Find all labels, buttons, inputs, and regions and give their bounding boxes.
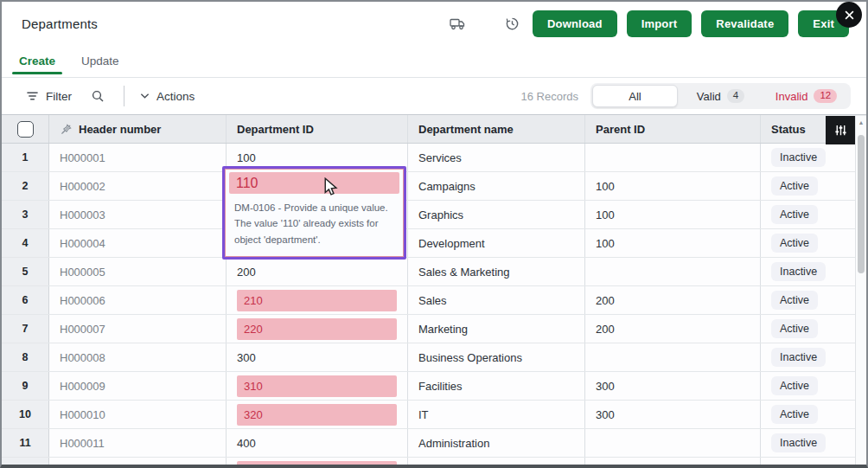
department-name-cell[interactable]: Services [408, 144, 585, 171]
parent-id-cell[interactable]: 100 [585, 172, 761, 200]
header-number-cell[interactable]: H000005 [49, 258, 227, 285]
column-header-department-id[interactable]: Department ID [227, 115, 408, 143]
column-header-label: Department name [418, 123, 514, 136]
header-number-cell[interactable]: H000010 [49, 401, 227, 428]
parent-id-cell[interactable] [585, 429, 761, 457]
parent-id-cell[interactable] [585, 258, 761, 285]
parent-id-cell[interactable] [585, 458, 761, 465]
department-name-cell[interactable]: Administration [408, 429, 585, 457]
parent-id-cell[interactable] [585, 144, 761, 171]
status-badge: Active [771, 376, 818, 395]
segment-valid[interactable]: Valid 4 [678, 85, 763, 107]
department-name-cell[interactable]: Business Operations [408, 343, 585, 371]
vertical-scrollbar[interactable]: ▲ [855, 116, 866, 465]
row-number: 9 [2, 372, 49, 400]
parent-id-cell[interactable]: 200 [585, 286, 761, 314]
filter-button[interactable]: Filter [26, 90, 72, 103]
department-name-cell[interactable]: IT [408, 401, 585, 428]
scrollbar-thumb[interactable] [858, 135, 865, 273]
invalid-cell-value: 210 [237, 290, 397, 311]
header-number-cell[interactable]: H000001 [49, 144, 227, 171]
table-row: 10 H000010 320 IT 300 Active [2, 401, 866, 429]
column-header-header-number[interactable]: Header number [49, 115, 227, 143]
segment-all[interactable]: All [592, 85, 678, 107]
revalidate-button[interactable]: Revalidate [701, 10, 788, 37]
status-cell[interactable]: Active [761, 201, 866, 228]
department-id-cell[interactable] [227, 458, 408, 465]
status-cell[interactable]: Active [761, 286, 866, 314]
column-settings-button[interactable] [826, 116, 855, 144]
status-cell[interactable]: Active [761, 172, 866, 200]
department-name-cell[interactable]: Marketing [408, 315, 585, 343]
column-header-department-name[interactable]: Department name [408, 115, 585, 143]
header-number-cell[interactable]: H000003 [49, 201, 227, 228]
select-all-checkbox[interactable] [17, 121, 34, 138]
department-id-cell[interactable]: 210 [227, 286, 408, 314]
column-header-label: Department ID [237, 123, 314, 136]
tab-create[interactable]: Create [17, 51, 57, 74]
header-number-cell[interactable]: H000011 [49, 429, 227, 457]
status-cell[interactable] [761, 458, 866, 465]
search-button[interactable] [91, 89, 105, 103]
validity-filter: All Valid 4 Invalid 12 [590, 83, 851, 109]
department-id-cell[interactable]: 400 [227, 429, 408, 457]
titlebar: Departments Download Import Revalidate E… [2, 2, 866, 51]
department-id-cell[interactable]: 310 [227, 372, 408, 400]
status-cell[interactable]: Inactive [761, 144, 866, 171]
department-name-cell[interactable] [408, 458, 585, 465]
status-cell[interactable]: Active [761, 372, 866, 400]
department-name-cell[interactable]: Graphics [408, 201, 585, 228]
parent-id-cell[interactable]: 300 [585, 372, 761, 400]
header-number-cell[interactable]: H000007 [49, 315, 227, 343]
close-button[interactable] [836, 2, 862, 28]
parent-id-cell[interactable]: 100 [585, 201, 761, 228]
department-name-cell[interactable]: Campaigns [408, 172, 585, 200]
download-button[interactable]: Download [533, 10, 617, 37]
department-name-cell[interactable]: Sales [408, 286, 585, 314]
header-number-cell[interactable]: H000006 [49, 286, 227, 314]
department-name-cell[interactable]: Facilities [408, 372, 585, 400]
status-cell[interactable]: Active [761, 229, 866, 257]
chevron-down-icon [140, 93, 150, 99]
error-message-line: object 'department'. [234, 232, 394, 247]
header-number-cell[interactable]: H000002 [49, 172, 227, 200]
header-number-cell[interactable] [49, 458, 227, 465]
status-badge: Active [771, 291, 818, 310]
status-cell[interactable]: Active [761, 401, 866, 428]
parent-id-cell[interactable]: 100 [585, 229, 761, 257]
header-number-cell[interactable]: H000008 [49, 343, 227, 371]
tab-update[interactable]: Update [80, 51, 121, 74]
status-cell[interactable]: Inactive [761, 429, 866, 457]
segment-invalid[interactable]: Invalid 12 [763, 85, 849, 107]
parent-id-cell[interactable] [585, 343, 761, 371]
status-badge: Active [771, 176, 818, 196]
segment-invalid-label: Invalid [775, 90, 808, 103]
invalid-department-id-cell[interactable]: 110 [229, 172, 399, 194]
row-number: 2 [2, 172, 49, 200]
header-number-cell[interactable]: H000009 [49, 372, 227, 400]
actions-menu-button[interactable]: Actions [140, 90, 195, 103]
parent-id-cell[interactable]: 200 [585, 315, 761, 343]
table-row: 5 H000005 200 Sales & Marketing Inactive [2, 258, 866, 286]
valid-count-badge: 4 [727, 89, 744, 103]
department-name-cell[interactable]: Sales & Marketing [408, 258, 585, 285]
grid-toolbar: Filter Actions 16 Records [2, 78, 866, 115]
column-header-parent-id[interactable]: Parent ID [585, 115, 761, 143]
data-grid: Header number Department ID Department n… [2, 115, 866, 465]
header-number-cell[interactable]: H000004 [49, 229, 227, 257]
status-cell[interactable]: Inactive [761, 343, 866, 371]
department-id-cell[interactable]: 200 [227, 258, 408, 285]
validation-error-popup: 110 DM-0106 - Provide a unique value. Th… [225, 169, 404, 257]
tab-bar: Create Update [2, 51, 866, 78]
parent-id-cell[interactable]: 300 [585, 401, 761, 428]
department-id-cell[interactable]: 320 [227, 401, 408, 428]
department-name-cell[interactable]: Development [408, 229, 585, 257]
scroll-up-arrow[interactable]: ▲ [856, 116, 866, 125]
status-cell[interactable]: Inactive [761, 258, 866, 285]
truck-icon[interactable] [446, 13, 469, 35]
department-id-cell[interactable]: 300 [227, 343, 408, 371]
department-id-cell[interactable]: 220 [227, 315, 408, 343]
import-button[interactable]: Import [627, 10, 692, 37]
status-cell[interactable]: Active [761, 315, 866, 343]
history-icon[interactable] [501, 13, 523, 35]
